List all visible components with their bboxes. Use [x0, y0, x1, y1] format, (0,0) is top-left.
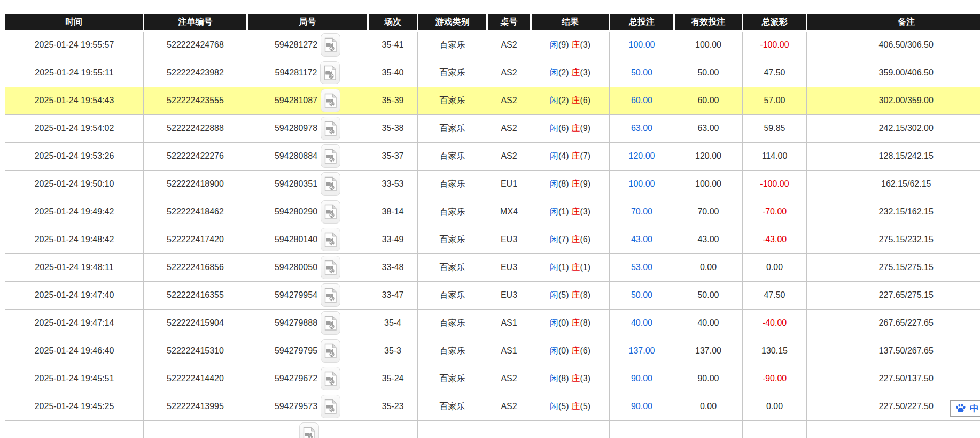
cell-remark: 242.15/302.00	[807, 114, 980, 142]
cell-time: 2025-01-24 19:55:57	[5, 31, 144, 59]
cell-session: 33-48	[368, 253, 418, 281]
cell-payout: 47.50	[743, 59, 807, 87]
result-player-score: (0)	[558, 318, 569, 327]
cell-remark: 406.50/306.50	[807, 31, 980, 59]
video-replay-button[interactable]	[321, 228, 340, 251]
result-player-score: (2)	[558, 96, 569, 105]
cell-result: 闲(2)庄(3)	[531, 59, 610, 87]
cell-total-bet[interactable]: 60.00	[610, 87, 674, 114]
cell-time: 2025-01-24 19:47:40	[5, 281, 144, 309]
video-file-icon	[323, 65, 337, 81]
cell-result: 闲(2)庄(6)	[531, 87, 610, 114]
video-replay-button[interactable]	[321, 33, 340, 57]
cell-table-no: AS2	[487, 31, 531, 59]
cell-session: 35-38	[368, 114, 418, 142]
cell-bet-no: 522222416856	[144, 253, 247, 281]
cell-valid-bet: 120.00	[674, 142, 743, 170]
result-banker-score: (9)	[580, 179, 591, 188]
video-replay-button[interactable]	[321, 144, 340, 168]
cell-valid-bet: 0.00	[674, 253, 743, 281]
video-replay-button[interactable]	[321, 200, 340, 224]
result-banker-score: (3)	[580, 68, 591, 77]
cell-bet-no: 522222416355	[144, 281, 247, 309]
result-player-label: 闲	[550, 151, 558, 160]
result-player-label: 闲	[550, 207, 558, 216]
cell-total-bet[interactable]: 100.00	[610, 170, 674, 198]
cell-table-no: AS1	[487, 309, 531, 337]
video-replay-button[interactable]	[299, 422, 319, 438]
table-row: 2025-01-24 19:50:10 522222418900 5942803…	[5, 170, 980, 198]
video-replay-button[interactable]	[321, 395, 340, 418]
cell-round-no: 594281172	[275, 68, 317, 77]
video-replay-button[interactable]	[321, 117, 340, 140]
baidu-paw-icon	[955, 403, 966, 414]
table-row: 2025-01-24 19:49:42 522222418462 5942802…	[5, 198, 980, 226]
cell-table-no: AS2	[487, 114, 531, 142]
cell-total-bet[interactable]: 53.00	[610, 253, 674, 281]
cell-payout: -40.00	[743, 309, 807, 337]
cell-total-bet[interactable]: 50.00	[610, 59, 674, 87]
video-replay-button[interactable]	[321, 256, 340, 279]
cell-total-bet[interactable]	[610, 420, 674, 438]
cell-total-bet[interactable]: 50.00	[610, 281, 674, 309]
cell-payout: 0.00	[743, 393, 807, 420]
video-replay-button[interactable]	[321, 367, 340, 390]
cell-time: 2025-01-24 19:54:02	[5, 114, 144, 142]
cell-round-no: 594280290	[275, 207, 317, 216]
cell-total-bet[interactable]: 70.00	[610, 198, 674, 226]
cell-round-no: 594281087	[275, 96, 317, 105]
table-row: 2025-01-24 19:55:57 522222424768 5942812…	[5, 31, 980, 59]
cell-total-bet[interactable]: 63.00	[610, 114, 674, 142]
result-banker-label: 庄	[572, 151, 580, 160]
video-replay-button[interactable]	[321, 283, 340, 307]
video-replay-button[interactable]	[321, 89, 340, 112]
video-file-icon	[324, 288, 337, 303]
video-file-icon	[324, 232, 337, 248]
cell-game-type: 百家乐	[418, 226, 487, 253]
result-banker-label: 庄	[572, 263, 580, 272]
header-time: 时间	[5, 14, 144, 31]
cell-payout: 0.00	[743, 253, 807, 281]
table-row: 2025-01-24 19:48:42 522222417420 5942801…	[5, 226, 980, 253]
cell-result: 闲(4)庄(7)	[531, 142, 610, 170]
cell-game-type: 百家乐	[418, 393, 487, 420]
cell-total-bet[interactable]: 137.00	[610, 337, 674, 365]
video-replay-button[interactable]	[320, 61, 340, 84]
video-file-icon	[324, 343, 337, 359]
table-row: 2025-01-24 19:46:40 522222415310 5942797…	[5, 337, 980, 365]
cell-remark: 359.00/406.50	[807, 59, 980, 87]
cell-time	[5, 420, 144, 438]
cell-total-bet[interactable]: 40.00	[610, 309, 674, 337]
cell-result: 闲(8)庄(3)	[531, 365, 610, 393]
cell-total-bet[interactable]: 90.00	[610, 393, 674, 420]
ime-indicator[interactable]: 中	[950, 400, 980, 417]
result-player-label: 闲	[550, 179, 558, 188]
cell-total-bet[interactable]: 100.00	[610, 31, 674, 59]
cell-valid-bet	[674, 420, 743, 438]
video-file-icon	[324, 121, 337, 136]
result-player-label: 闲	[550, 235, 558, 244]
video-replay-button[interactable]	[321, 339, 340, 363]
cell-remark: 227.65/275.15	[807, 281, 980, 309]
cell-bet-no: 522222422276	[144, 142, 247, 170]
cell-session: 33-49	[368, 226, 418, 253]
cell-valid-bet: 40.00	[674, 309, 743, 337]
result-banker-score: (6)	[580, 96, 591, 105]
cell-table-no: EU3	[487, 253, 531, 281]
result-player-label: 闲	[550, 263, 558, 272]
cell-session: 35-24	[368, 365, 418, 393]
cell-valid-bet: 100.00	[674, 31, 743, 59]
video-replay-button[interactable]	[321, 172, 340, 196]
video-replay-button[interactable]	[321, 311, 340, 335]
cell-remark: 275.15/275.15	[807, 253, 980, 281]
cell-total-bet[interactable]: 43.00	[610, 226, 674, 253]
cell-result: 闲(0)庄(8)	[531, 309, 610, 337]
ime-mode-label: 中	[970, 402, 979, 414]
cell-total-bet[interactable]: 90.00	[610, 365, 674, 393]
table-row: 2025-01-24 19:54:02 522222422888 5942809…	[5, 114, 980, 142]
cell-table-no: EU3	[487, 226, 531, 253]
cell-session: 35-41	[368, 31, 418, 59]
cell-total-bet[interactable]: 120.00	[610, 142, 674, 170]
bet-records-table-container: 时间 注单编号 局号 场次 游戏类别 桌号 结果 总投注 有效投注 总派彩 备注…	[5, 14, 980, 438]
cell-table-no: AS1	[487, 337, 531, 365]
